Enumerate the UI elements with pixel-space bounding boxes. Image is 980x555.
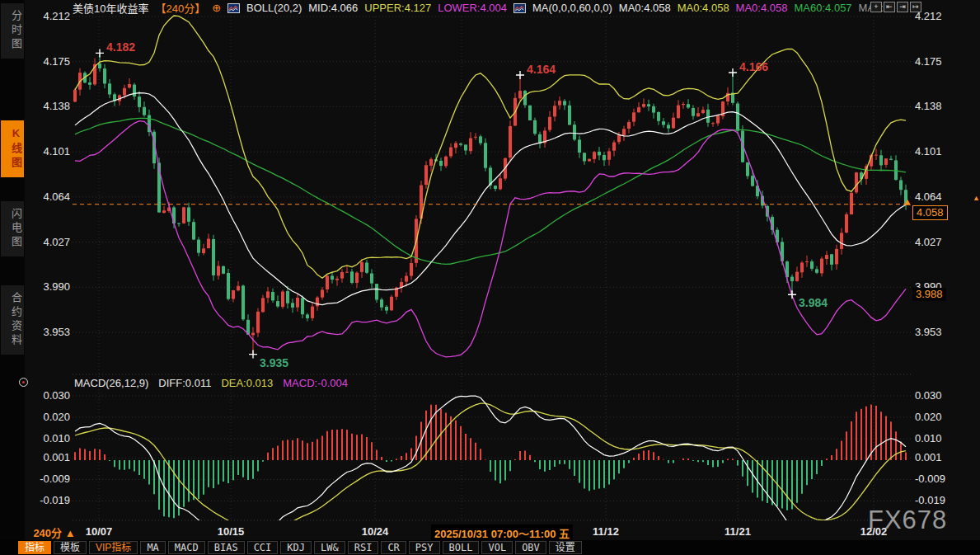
boll-mid: MID:4.066 — [308, 2, 358, 14]
ma-value-3: MA0:4.058 — [736, 2, 788, 14]
band-low-marker: 3.988 — [912, 288, 946, 301]
axis-label: 0.030 — [26, 389, 70, 402]
axis-label: -0.019 — [26, 494, 70, 506]
axis-label: 4.064 — [26, 190, 70, 203]
chart-canvas[interactable]: 4.1824.1644.1663.9353.984 — [0, 0, 980, 555]
ma-value-4: MA60:4.057 — [794, 2, 851, 14]
axis-label: 3.953 — [26, 326, 70, 338]
axis-label: 4.138 — [26, 100, 70, 112]
scale-right-icon[interactable]: ⇥ — [897, 2, 908, 12]
page-title: 美债10年收益率 — [73, 0, 148, 16]
svg-text:3.935: 3.935 — [260, 356, 288, 369]
axis-label: 0.030 — [915, 389, 942, 402]
axis-label: 4.212 — [26, 10, 70, 22]
shift-right-icon[interactable]: ↦ — [910, 2, 921, 12]
axis-label: 4.027 — [915, 236, 942, 248]
axis-label: -0.009 — [915, 473, 945, 485]
ma-value-2: MA0:4.058 — [678, 2, 729, 14]
toolbar-boll[interactable]: BOLL — [443, 541, 480, 554]
svg-text:3.984: 3.984 — [799, 296, 828, 309]
axis-label: 3.990 — [26, 280, 70, 293]
axis-label: 4.175 — [26, 55, 70, 68]
pan-icon[interactable]: + — [870, 2, 882, 12]
toolbar-cr[interactable]: CR — [381, 541, 406, 554]
axis-label: 0.010 — [26, 432, 70, 444]
boll-upper: UPPER:4.127 — [364, 2, 431, 14]
axis-label: 4.175 — [915, 55, 942, 68]
svg-text:4.166: 4.166 — [739, 60, 768, 73]
axis-label: 0.020 — [915, 411, 942, 423]
period-label[interactable]: 【240分】 — [155, 0, 205, 16]
svg-text:4.164: 4.164 — [527, 63, 556, 76]
x-axis-label: 10/24 — [362, 525, 389, 538]
chart-header: 美债10年收益率 【240分】 ⊕ BOLL(20,2) MID:4.066 U… — [73, 1, 884, 15]
x-axis-label: 10/15 — [218, 525, 245, 538]
indicator-toolbar: 指标 模板 VIP指标 MA MACD BIAS CCI KDJ LW& RSI… — [0, 540, 980, 555]
toolbar-bias[interactable]: BIAS — [208, 541, 245, 554]
axis-label: 0.020 — [26, 411, 70, 423]
toolbar-rsi[interactable]: RSI — [348, 541, 379, 554]
toolbar-kdj[interactable]: KDJ — [280, 541, 312, 554]
macd-dea: DEA:0.013 — [221, 377, 273, 389]
axis-label: 0.010 — [915, 432, 942, 444]
left-sidebar: 分时图 K线图 闪电图 合约资料 — [0, 0, 25, 540]
axis-label: 4.101 — [915, 145, 942, 158]
last-price-badge: 4.058 — [912, 205, 948, 220]
axis-label: -0.019 — [915, 494, 945, 506]
boll-lower: LOWER:4.004 — [438, 2, 507, 14]
toolbar-lw[interactable]: LW& — [314, 541, 345, 554]
axis-label: 4.138 — [915, 100, 942, 112]
toolbar-obv[interactable]: OBV — [515, 541, 546, 554]
sidebar-tab-time-chart[interactable]: 分时图 — [1, 3, 24, 59]
ma-indicator-icon[interactable] — [513, 3, 526, 13]
boll-label: BOLL(20,2) — [246, 2, 302, 14]
macd-diff: DIFF:0.011 — [158, 377, 211, 389]
sidebar-tab-kline-chart[interactable]: K线图 — [1, 120, 24, 177]
x-axis-label: 11/12 — [593, 525, 619, 538]
add-indicator-icon[interactable]: ⊕ — [212, 2, 221, 14]
ma-value-1: MA0:4.058 — [619, 2, 671, 14]
toolbar-ma[interactable]: MA — [140, 541, 165, 554]
toolbar-macd[interactable]: MACD — [168, 541, 205, 554]
target-icon[interactable] — [19, 378, 28, 387]
x-axis-label: 11/21 — [724, 525, 751, 538]
axis-label: 4.027 — [26, 236, 70, 248]
axis-label: 3.953 — [915, 326, 942, 338]
toolbar-indicator[interactable]: 指标 — [18, 541, 51, 554]
axis-label: 0.001 — [26, 451, 70, 463]
boll-indicator-icon[interactable] — [227, 3, 240, 13]
toolbar-template[interactable]: 模板 — [54, 541, 87, 554]
x-axis-label: 12/02 — [860, 525, 888, 538]
ma-label: MA(0,0,0,60,0,0) — [532, 2, 612, 14]
x-axis-label: 10/07 — [86, 525, 113, 538]
axis-label: -0.009 — [26, 473, 70, 485]
selected-bar-date: 2025/10/31 07:00～11:00 五 — [431, 524, 573, 542]
macd-value: MACD:-0.004 — [283, 377, 348, 389]
axis-label: 0.001 — [915, 451, 942, 463]
axis-label: 4.101 — [26, 145, 70, 158]
scale-left-icon[interactable]: ⇤ — [884, 2, 895, 12]
chevron-up-icon: ▲ — [65, 527, 76, 539]
scroll-marker-icon[interactable]: ▲ — [973, 194, 980, 202]
sidebar-tab-contract-info[interactable]: 合约资料 — [1, 285, 24, 355]
macd-header: MACD(26,12,9) DIFF:0.011 DEA:0.013 MACD:… — [74, 377, 348, 389]
window-tools: + ⇤ ⇥ ↦ — [870, 2, 921, 12]
toolbar-vip-indicator[interactable]: VIP指标 — [89, 541, 138, 554]
macd-params: MACD(26,12,9) — [74, 377, 148, 389]
svg-text:4.182: 4.182 — [106, 40, 135, 54]
toolbar-psy[interactable]: PSY — [409, 541, 440, 554]
toolbar-cci[interactable]: CCI — [247, 541, 279, 554]
axis-label: 4.064 — [915, 190, 942, 203]
toolbar-settings[interactable]: 设置 — [549, 541, 582, 554]
trading-app-window: 4.1824.1644.1663.9353.984 分时图 K线图 闪电图 合约… — [0, 0, 980, 555]
toolbar-vol[interactable]: VOL — [481, 541, 513, 554]
sidebar-tab-flash-chart[interactable]: 闪电图 — [1, 201, 24, 256]
